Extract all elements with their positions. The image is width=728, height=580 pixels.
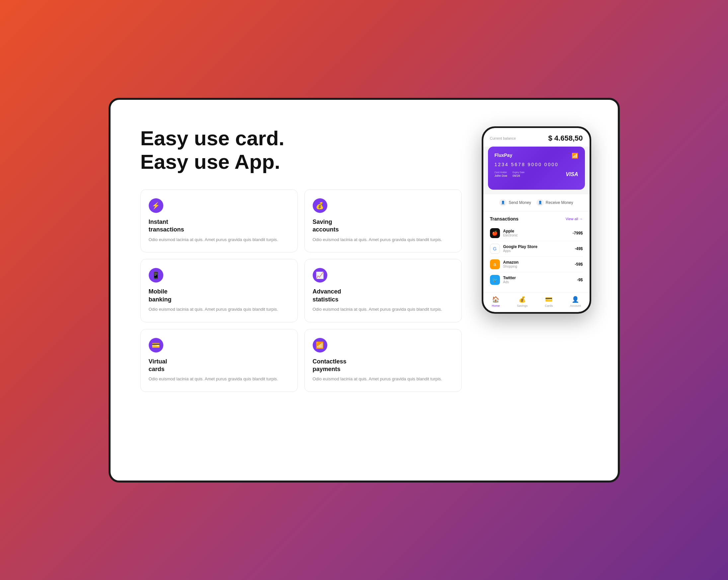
balance-label: Current balance xyxy=(490,136,516,140)
phone-actions: 👤 Send Money 👤 Receive Money xyxy=(483,194,590,211)
tx-details: Apple Electronic xyxy=(503,229,569,237)
feature-card-saving-accounts: 💰 Savingaccounts Odio euismod lacinia at… xyxy=(305,189,462,252)
tx-details: Amazon Shopping xyxy=(503,260,572,268)
phone-inner: Current balance $ 4.658,50 FluxPay 📶 123… xyxy=(483,128,590,312)
receive-money-label: Receive Money xyxy=(546,200,573,205)
tx-icon-twitter: 🐦 xyxy=(490,275,500,285)
transaction-apple: 🍎 Apple Electronic -799$ xyxy=(490,225,583,241)
phone-section: Current balance $ 4.658,50 FluxPay 📶 123… xyxy=(482,126,595,314)
transaction-twitter: 🐦 Twitter Ads -9$ xyxy=(490,272,583,287)
nav-item-account[interactable]: 👤 Account xyxy=(570,296,581,307)
nav-icon-cards: 💳 xyxy=(545,296,552,303)
tx-category: Ads xyxy=(503,280,574,284)
nav-icon-account: 👤 xyxy=(572,296,579,303)
card-info-group: Card Holder John Doe Expiry Date 09/28 xyxy=(495,171,525,177)
tx-amount: -799$ xyxy=(573,231,583,236)
transactions-header: Transactions View all → xyxy=(490,216,583,222)
send-money-button[interactable]: 👤 Send Money xyxy=(499,199,531,206)
feature-card-mobile-banking: 📱 Mobilebanking Odio euismod lacinia at … xyxy=(140,259,298,322)
features-grid: ⚡ Instanttransactions Odio euismod lacin… xyxy=(140,189,462,392)
instant-transactions-title: Instanttransactions xyxy=(149,218,289,234)
virtual-cards-icon: 💳 xyxy=(149,338,163,353)
card-holder-value: John Doe xyxy=(495,174,508,177)
tx-icon-amazon: a xyxy=(490,259,500,269)
nav-item-home[interactable]: 🏠 Home xyxy=(492,296,500,307)
card-expiry-value: 09/28 xyxy=(513,174,524,177)
mobile-banking-desc: Odio euismod lacinia at quis. Amet purus… xyxy=(149,306,289,313)
saving-accounts-title: Savingaccounts xyxy=(313,218,453,234)
tx-name: Apple xyxy=(503,229,569,233)
tx-details: Google Play Store Apps xyxy=(503,244,572,253)
credit-card: FluxPay 📶 1234 5678 9000 0000 Card Holde… xyxy=(488,146,585,190)
virtual-cards-desc: Odio euismod lacinia at quis. Amet purus… xyxy=(149,376,289,382)
transactions-list: 🍎 Apple Electronic -799$ G Google Play S… xyxy=(490,225,583,287)
transactions-title: Transactions xyxy=(490,216,519,222)
advanced-statistics-desc: Odio euismod lacinia at quis. Amet purus… xyxy=(313,306,453,313)
card-bottom: Card Holder John Doe Expiry Date 09/28 V… xyxy=(495,171,578,177)
transaction-amazon: a Amazon Shopping -59$ xyxy=(490,257,583,272)
card-brand: FluxPay xyxy=(495,153,578,158)
tx-amount: -49$ xyxy=(575,246,582,251)
mobile-banking-title: Mobilebanking xyxy=(149,288,289,303)
nav-icon-savings: 💰 xyxy=(519,296,526,303)
virtual-cards-title: Virtualcards xyxy=(149,358,289,374)
feature-card-contactless-payments: 📶 Contactlesspayments Odio euismod lacin… xyxy=(305,329,462,392)
nav-item-cards[interactable]: 💳 Cards xyxy=(545,296,553,307)
saving-accounts-icon: 💰 xyxy=(313,198,327,213)
tx-category: Shopping xyxy=(503,265,572,268)
transaction-google-play-store: G Google Play Store Apps -49$ xyxy=(490,241,583,257)
feature-card-instant-transactions: ⚡ Instanttransactions Odio euismod lacin… xyxy=(140,189,298,252)
feature-card-advanced-statistics: 📈 Advancedstatistics Odio euismod lacini… xyxy=(305,259,462,322)
tx-name: Amazon xyxy=(503,260,572,265)
send-icon: 👤 xyxy=(499,199,506,206)
card-number: 1234 5678 9000 0000 xyxy=(495,162,578,167)
contactless-payments-desc: Odio euismod lacinia at quis. Amet purus… xyxy=(313,376,453,382)
hero-title: Easy use card. Easy use App. xyxy=(140,126,462,174)
instant-transactions-icon: ⚡ xyxy=(149,198,163,213)
tx-category: Apps xyxy=(503,249,572,253)
card-holder-label: Card Holder xyxy=(495,171,508,173)
balance-amount: $ 4.658,50 xyxy=(548,134,583,143)
mobile-banking-icon: 📱 xyxy=(149,268,163,282)
contactless-payments-title: Contactlesspayments xyxy=(313,358,453,374)
receive-icon: 👤 xyxy=(537,199,544,206)
tx-name: Google Play Store xyxy=(503,244,572,249)
contactless-payments-icon: 📶 xyxy=(313,338,327,353)
card-expiry-label: Expiry Date xyxy=(513,171,524,173)
tx-amount: -59$ xyxy=(575,262,582,267)
nav-label-savings: Savings xyxy=(517,304,527,307)
feature-card-virtual-cards: 💳 Virtualcards Odio euismod lacinia at q… xyxy=(140,329,298,392)
tx-name: Twitter xyxy=(503,276,574,280)
bottom-nav: 🏠 Home 💰 Savings 💳 Cards 👤 Account xyxy=(483,292,590,312)
main-content: Easy use card. Easy use App. ⚡ Instanttr… xyxy=(110,100,618,480)
transactions-section: Transactions View all → 🍎 Apple Electron… xyxy=(483,212,590,292)
advanced-statistics-title: Advancedstatistics xyxy=(313,288,453,303)
nav-icon-home: 🏠 xyxy=(492,296,499,303)
card-wifi-icon: 📶 xyxy=(572,153,578,159)
saving-accounts-desc: Odio euismod lacinia at quis. Amet purus… xyxy=(313,237,453,243)
phone-top-bar: Current balance $ 4.658,50 xyxy=(483,128,590,146)
card-network: VISA xyxy=(566,171,578,177)
tx-amount: -9$ xyxy=(577,278,582,282)
tx-icon-google: G xyxy=(490,244,500,254)
nav-item-savings[interactable]: 💰 Savings xyxy=(517,296,527,307)
nav-label-cards: Cards xyxy=(545,304,553,307)
phone-mockup: Current balance $ 4.658,50 FluxPay 📶 123… xyxy=(482,126,591,314)
card-holder-field: Card Holder John Doe xyxy=(495,171,508,177)
device-frame: Easy use card. Easy use App. ⚡ Instanttr… xyxy=(108,98,620,482)
view-all-link[interactable]: View all → xyxy=(566,217,583,221)
nav-label-home: Home xyxy=(492,304,500,307)
send-money-label: Send Money xyxy=(509,200,531,205)
card-expiry-field: Expiry Date 09/28 xyxy=(513,171,524,177)
instant-transactions-desc: Odio euismod lacinia at quis. Amet purus… xyxy=(149,237,289,243)
tx-category: Electronic xyxy=(503,233,569,237)
receive-money-button[interactable]: 👤 Receive Money xyxy=(537,199,573,206)
left-section: Easy use card. Easy use App. ⚡ Instanttr… xyxy=(140,126,462,392)
tx-icon-apple: 🍎 xyxy=(490,228,500,238)
nav-label-account: Account xyxy=(570,304,581,307)
tx-details: Twitter Ads xyxy=(503,276,574,284)
advanced-statistics-icon: 📈 xyxy=(313,268,327,282)
